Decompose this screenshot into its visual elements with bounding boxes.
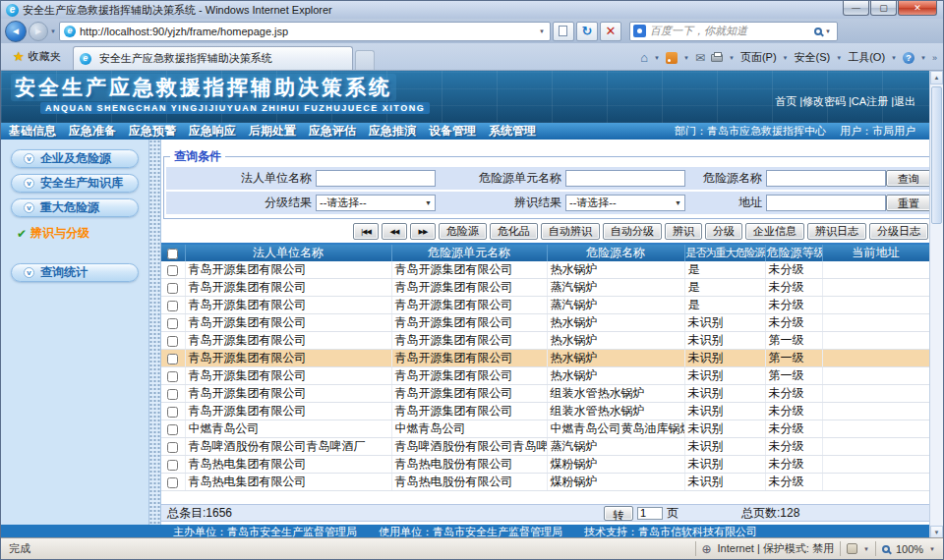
auto-identify-button[interactable]: 自动辨识 [541, 223, 600, 240]
nav-item-4[interactable]: 应急响应 [189, 123, 236, 140]
row-checkbox[interactable] [167, 442, 178, 453]
search-dropdown-icon[interactable]: ▼ [822, 28, 834, 34]
table-row[interactable]: 青岛开源集团有限公司青岛开源集团有限公司蒸汽锅炉是未分级 [161, 279, 929, 297]
search-button[interactable]: 查询 [886, 170, 931, 187]
row-checkbox[interactable] [167, 283, 178, 294]
goto-page-button[interactable]: 转到 [604, 506, 633, 521]
hazard-unit-input[interactable] [565, 170, 685, 187]
table-row[interactable]: 青岛开源集团有限公司青岛开源集团有限公司热水锅炉未识别未分级 [161, 314, 929, 332]
print-dropdown-icon[interactable]: ▼ [729, 55, 735, 61]
table-row[interactable]: 青岛开源集团有限公司青岛开源集团有限公司热水锅炉未识别第一级 [161, 332, 929, 350]
address-dropdown-icon[interactable]: ▼ [536, 28, 548, 34]
forward-button[interactable]: ► [29, 22, 48, 41]
zoom-level[interactable]: 100% [896, 543, 923, 555]
enterprise-info-button[interactable]: 企业信息 [745, 223, 804, 240]
rss-feed-icon[interactable] [666, 52, 678, 64]
zoom-icon[interactable] [882, 545, 890, 553]
nav-item-6[interactable]: 应急评估 [309, 123, 356, 140]
table-row[interactable]: 青岛开源集团有限公司青岛开源集团有限公司组装水管热水锅炉未识别未分级 [161, 385, 929, 403]
table-row[interactable]: 青岛热电集团有限公司青岛热电股份有限公司煤粉锅炉未识别未分级 [161, 456, 929, 474]
mail-icon[interactable]: ✉ [695, 53, 705, 63]
grade-log-button[interactable]: 分级日志 [869, 223, 928, 240]
help-dropdown-icon[interactable]: ▼ [920, 55, 926, 61]
stop-button[interactable]: ✕ [600, 22, 621, 41]
table-row[interactable]: 中燃青岛公司中燃青岛公司中燃青岛公司黄岛油库锅炉未识别未分级 [161, 420, 929, 438]
pane-splitter[interactable] [148, 140, 161, 525]
identify-log-button[interactable]: 辨识日志 [807, 223, 866, 240]
nav-item-1[interactable]: 基础信息 [9, 123, 56, 140]
nav-item-7[interactable]: 应急推演 [369, 123, 416, 140]
row-checkbox[interactable] [167, 318, 178, 329]
new-tab-button[interactable] [355, 50, 375, 70]
grade-result-select[interactable]: --请选择--▼ [316, 195, 436, 211]
minimize-button[interactable]: — [843, 1, 869, 16]
sidebar-group-button[interactable]: v重大危险源 [11, 198, 139, 217]
row-checkbox[interactable] [167, 407, 178, 418]
address-field[interactable]: e http://localhost:90/yjzh/frame/homepag… [59, 22, 551, 41]
nav-item-5[interactable]: 后期处置 [249, 123, 296, 140]
table-row[interactable]: 青岛开源集团有限公司青岛开源集团有限公司组装水管热水锅炉未识别未分级 [161, 403, 929, 420]
print-icon[interactable] [711, 54, 723, 62]
scrollbar-thumb[interactable] [931, 86, 942, 224]
first-page-button[interactable]: |◀◀ [353, 223, 379, 240]
tools-menu-dropdown-icon[interactable]: ▼ [891, 55, 897, 61]
legal-unit-input[interactable] [316, 170, 436, 187]
tools-menu[interactable]: 工具(O) [848, 50, 885, 65]
row-checkbox[interactable] [167, 371, 178, 382]
row-checkbox[interactable] [167, 301, 178, 311]
sidebar-group-button[interactable]: v企业及危险源 [11, 149, 139, 168]
nav-item-2[interactable]: 应急准备 [69, 123, 116, 140]
page-menu-dropdown-icon[interactable]: ▼ [783, 55, 789, 61]
maximize-button[interactable]: ▢ [870, 1, 897, 16]
zoom-dropdown-icon[interactable]: ▼ [929, 546, 935, 552]
nav-item-9[interactable]: 系统管理 [489, 123, 536, 140]
feed-dropdown-icon[interactable]: ▼ [683, 55, 689, 61]
table-row[interactable]: 青岛开源集团有限公司青岛开源集团有限公司蒸汽锅炉是未分级 [161, 297, 929, 314]
row-checkbox[interactable] [167, 477, 178, 488]
table-row[interactable]: 青岛啤酒股份有限公司青岛啤酒厂青岛啤酒股份有限公司青岛啤酒厂蒸汽锅炉未识别未分级 [161, 438, 929, 456]
security-icon[interactable] [847, 543, 857, 554]
identify-button[interactable]: 辨识 [665, 223, 702, 240]
back-button[interactable]: ◄ [5, 21, 27, 42]
nav-item-8[interactable]: 设备管理 [429, 123, 476, 140]
row-checkbox[interactable] [167, 336, 178, 347]
hazard-source-button[interactable]: 危险源 [439, 223, 487, 240]
safety-menu[interactable]: 安全(S) [795, 50, 831, 65]
header-link[interactable]: 首页 [775, 94, 796, 109]
reset-button[interactable]: 重置 [886, 195, 931, 211]
sidebar-item-identify-grade[interactable]: ✔ 辨识与分级 [17, 225, 148, 242]
table-row[interactable]: 青岛开源集团有限公司青岛开源集团有限公司热水锅炉未识别第一级 [161, 367, 929, 385]
refresh-button[interactable]: ↻ [576, 22, 598, 41]
search-box[interactable]: 百度一下，你就知道 ▼ [629, 22, 838, 41]
hazardous-chemical-button[interactable]: 危化品 [490, 223, 538, 240]
header-link[interactable]: |退出 [891, 94, 915, 109]
sidebar-group-statistics[interactable]: v 查询统计 [11, 263, 139, 282]
home-dropdown-icon[interactable]: ▼ [654, 55, 660, 61]
row-checkbox[interactable] [167, 265, 178, 276]
scroll-up-icon[interactable]: ▲ [930, 71, 943, 84]
prev-page-button[interactable]: ◀◀ [382, 223, 407, 240]
identify-result-select[interactable]: --请选择--▼ [565, 195, 685, 211]
auto-grade-button[interactable]: 自动分级 [603, 223, 662, 240]
header-link[interactable]: |修改密码 [799, 94, 846, 109]
favorites-button[interactable]: ★ 收藏夹 [7, 45, 67, 67]
next-page-button[interactable]: ▶▶ [410, 223, 436, 240]
header-link[interactable]: |CA注册 [849, 94, 888, 109]
sidebar-group-button[interactable]: v安全生产知识库 [11, 174, 139, 193]
table-row[interactable]: 青岛开源集团有限公司青岛开源集团有限公司热水锅炉是未分级 [161, 261, 929, 279]
safety-menu-dropdown-icon[interactable]: ▼ [836, 55, 842, 61]
search-icon[interactable] [814, 28, 822, 35]
help-icon[interactable]: ? [903, 52, 914, 64]
select-all-checkbox[interactable] [167, 249, 178, 259]
hazard-name-input[interactable] [766, 170, 886, 187]
goto-page-input[interactable] [637, 507, 663, 520]
grade-button[interactable]: 分级 [705, 223, 742, 240]
row-checkbox[interactable] [167, 354, 178, 364]
compatibility-view-button[interactable] [553, 22, 574, 41]
url-text[interactable]: http://localhost:90/yjzh/frame/homepage.… [80, 26, 536, 37]
overflow-chevron-icon[interactable]: » [932, 53, 937, 63]
home-icon[interactable]: ⌂ [640, 53, 648, 63]
nav-item-3[interactable]: 应急预警 [129, 123, 176, 140]
search-placeholder[interactable]: 百度一下，你就知道 [650, 24, 814, 38]
history-dropdown-icon[interactable]: ▼ [50, 28, 56, 34]
